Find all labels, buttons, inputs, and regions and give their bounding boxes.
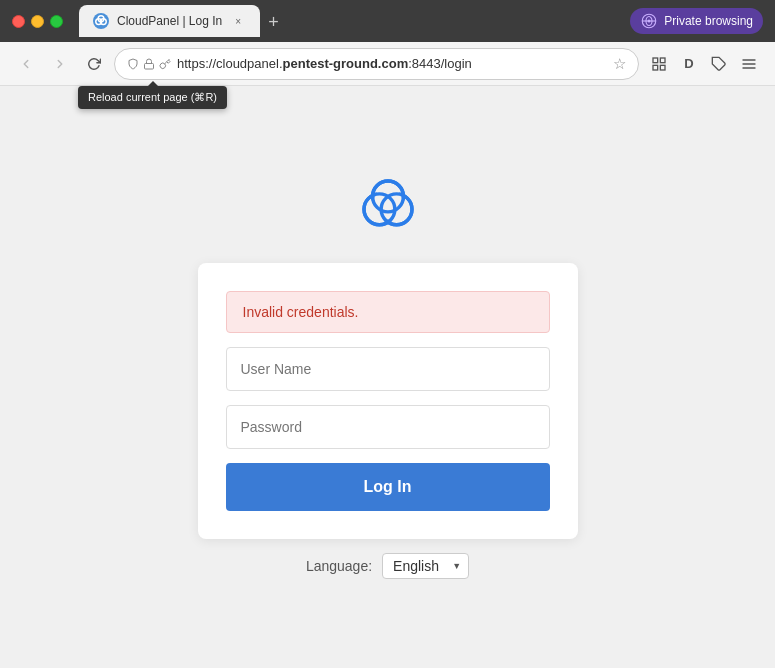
forward-button[interactable] [46,50,74,78]
lock-icon [143,58,155,70]
tab-close-button[interactable]: × [230,13,246,29]
svg-rect-8 [660,58,665,63]
new-tab-button[interactable]: + [264,8,283,37]
reload-button[interactable] [80,50,108,78]
language-bar: Language: English German French Spanish [306,553,469,579]
cloud-logo [348,175,428,239]
maximize-window-button[interactable] [50,15,63,28]
key-icon [159,58,171,70]
private-browsing-badge: Private browsing [630,8,763,34]
extensions-button[interactable] [705,50,733,78]
cloudpanel-logo-icon [348,175,428,235]
address-domain: pentest-ground.com [283,56,409,71]
shield-icon [127,58,139,70]
security-icons [127,58,171,70]
error-message-text: Invalid credentials. [243,304,359,320]
page-content: Invalid credentials. Log In Language: En… [0,86,775,668]
nav-actions: D [645,50,763,78]
traffic-lights [12,15,63,28]
tab-title: CloudPanel | Log In [117,14,222,28]
title-bar: CloudPanel | Log In × + Private browsing [0,0,775,42]
browser-window: CloudPanel | Log In × + Private browsing [0,0,775,668]
svg-rect-10 [660,65,665,70]
password-input[interactable] [226,405,550,449]
container-icon [651,56,667,72]
svg-point-5 [648,20,651,23]
minimize-window-button[interactable] [31,15,44,28]
active-tab[interactable]: CloudPanel | Log In × [79,5,260,37]
private-browsing-icon [640,12,658,30]
container-icon-button[interactable] [645,50,673,78]
error-alert: Invalid credentials. [226,291,550,333]
menu-button[interactable] [735,50,763,78]
private-browsing-label: Private browsing [664,14,753,28]
hamburger-icon [741,56,757,72]
nav-bar: Reload current page (⌘R) https://cloudpa… [0,42,775,86]
puzzle-icon [711,56,727,72]
tab-bar: CloudPanel | Log In × + [79,5,622,37]
address-text: https://cloudpanel.pentest-ground.com:84… [177,56,607,71]
svg-rect-6 [145,63,154,69]
tab-favicon [93,13,109,29]
reload-tooltip: Reload current page (⌘R) [78,86,227,109]
language-selector-wrapper: English German French Spanish [382,553,469,579]
login-card: Invalid credentials. Log In [198,263,578,539]
login-button[interactable]: Log In [226,463,550,511]
address-bar[interactable]: https://cloudpanel.pentest-ground.com:84… [114,48,639,80]
language-label: Language: [306,558,372,574]
profile-button[interactable]: D [675,50,703,78]
back-button[interactable] [12,50,40,78]
language-select[interactable]: English German French Spanish [382,553,469,579]
username-input[interactable] [226,347,550,391]
svg-rect-7 [653,58,658,63]
bookmark-star-icon[interactable]: ☆ [613,55,626,73]
svg-rect-9 [653,65,658,70]
close-window-button[interactable] [12,15,25,28]
